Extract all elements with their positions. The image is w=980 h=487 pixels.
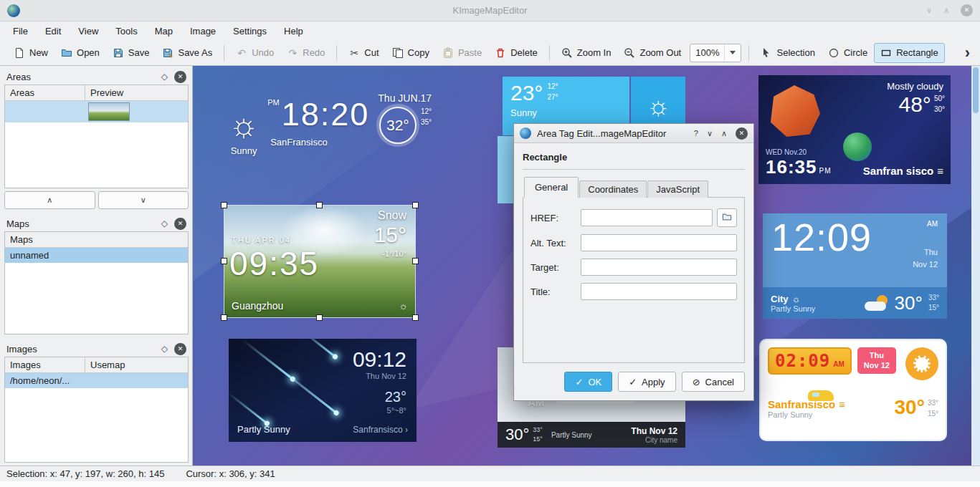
new-button[interactable]: New [7,43,54,63]
column-header-maps[interactable]: Maps [5,232,188,247]
zoom-in-button[interactable]: Zoom In [555,43,618,63]
selection-handle[interactable] [221,258,227,264]
redo-button[interactable]: ↷ Redo [280,43,331,63]
widget-city: Guangzhou [232,300,283,312]
column-header-usemap[interactable]: Usemap [85,357,188,372]
paste-button[interactable]: Paste [436,43,488,63]
window-titlebar[interactable]: KImageMapEditor ∨ ∧ ✕ [0,0,980,21]
map-list-item[interactable]: unnamed [5,248,188,263]
close-panel-icon[interactable]: ✕ [174,343,186,355]
selection-handle[interactable] [221,314,227,321]
dialog-help-button[interactable]: ? [694,129,698,138]
zoom-level-select[interactable]: 100% [690,44,741,62]
ok-button[interactable]: ✓ OK [564,372,612,392]
dialog-minimize-icon[interactable]: ∨ [707,129,713,138]
widget-hi: 33° [533,425,543,435]
selected-area-rectangle[interactable]: Snow 15° -1°/10° THU APR 04 09:35 Guangz… [224,206,415,317]
selection-handle[interactable] [221,202,227,208]
move-up-button[interactable]: ∧ [4,191,95,209]
selection-tool-button[interactable]: Selection [754,43,821,63]
widget-temp: 48° [899,94,931,115]
float-panel-icon[interactable]: ◇ [161,344,168,353]
undo-button[interactable]: ↶ Undo [229,43,280,63]
column-header-areas[interactable]: Areas [5,85,85,100]
copy-button[interactable]: Copy [386,43,436,63]
window-title: KImageMapEditor [0,5,980,16]
float-panel-icon[interactable]: ◇ [161,219,168,228]
column-header-images[interactable]: Images [5,357,85,372]
selection-handle[interactable] [412,202,419,208]
dialog-title: Area Tag Edit...mageMapEditor [537,128,688,139]
close-icon[interactable]: ✕ [961,4,973,16]
widget-time: 16:35 [766,156,817,178]
tab-coordinates[interactable]: Coordinates [579,180,647,198]
toolbar-separator [549,45,550,61]
title-input[interactable] [581,283,737,300]
tab-general[interactable]: General [524,177,579,198]
widget-city: City name [631,436,677,444]
selection-handle[interactable] [316,202,323,208]
close-panel-icon[interactable]: ✕ [174,71,186,83]
images-panel: Images ◇ ✕ Images Usemap /home/neon/... [4,341,189,463]
selection-handle[interactable] [412,258,419,264]
save-button[interactable]: Save [106,43,156,63]
cancel-button[interactable]: ⊘ Cancel [682,372,745,392]
zoom-level-value: 100% [695,47,719,58]
menu-map[interactable]: Map [146,23,181,39]
tab-javascript[interactable]: JavaScript [647,180,708,198]
target-input[interactable] [581,259,737,276]
widget-hi: 50° [934,94,945,105]
scrollbar-thumb[interactable] [973,67,979,113]
menu-edit[interactable]: Edit [37,23,70,39]
toolbar-overflow-button[interactable]: › [962,45,973,61]
dialog-maximize-icon[interactable]: ∧ [721,129,727,138]
alt-text-input[interactable] [581,234,737,251]
menu-view[interactable]: View [70,23,107,39]
href-input[interactable] [581,209,713,226]
widget-lo: 30° [934,105,945,115]
float-panel-icon[interactable]: ◇ [161,72,168,81]
image-list-item[interactable]: /home/neon/... [5,373,188,388]
dialog-titlebar[interactable]: Area Tag Edit...mageMapEditor ? ∨ ∧ ✕ [514,124,753,143]
widget-ampm: PM [267,98,280,107]
selection-handle[interactable] [316,314,323,321]
rectangle-tool-button[interactable]: Rectangle [874,43,945,63]
menu-help[interactable]: Help [275,23,312,39]
zoom-out-button[interactable]: Zoom Out [617,43,688,63]
areas-panel-title: Areas [6,72,161,82]
save-as-button[interactable]: Save As [156,43,219,63]
maximize-icon[interactable]: ∧ [943,6,949,15]
column-header-preview[interactable]: Preview [85,85,188,100]
title-label: Title: [531,286,576,297]
close-panel-icon[interactable]: ✕ [174,218,186,230]
selection-handle[interactable] [412,314,419,321]
open-button[interactable]: Open [54,43,106,63]
area-list-selected-row[interactable] [5,101,188,122]
minimize-icon[interactable]: ∨ [926,6,932,15]
apply-button[interactable]: ✓ Apply [618,372,675,392]
menu-image[interactable]: Image [181,23,224,39]
widget-ampm: AM [833,360,845,368]
cut-button[interactable]: ✂ Cut [342,43,385,63]
widget-range: -1°/10° [382,249,406,258]
delete-button[interactable]: Delete [488,43,544,63]
rectangle-tool-icon [880,47,892,59]
vertical-scrollbar[interactable] [971,66,980,466]
menu-file[interactable]: File [4,23,37,39]
comet-illustration [229,392,269,425]
comet-illustration [269,360,338,414]
widget-hi: 33° [928,398,938,409]
widget-condition: Snow [378,209,406,222]
weather-widget-clock: ☼ Sunny PM18:20 SanFransisco Thu JUN.17 … [229,90,437,190]
widget-city: Sanfransisco › [353,425,408,435]
widget-day: Thu Nov 12 [631,426,677,436]
menu-settings[interactable]: Settings [224,23,275,39]
circle-tool-button[interactable]: Circle [822,43,874,63]
dialog-close-icon[interactable]: ✕ [736,127,748,140]
menu-tools[interactable]: Tools [107,23,146,39]
widget-condition: Partly Sunny [237,424,290,435]
href-file-picker-button[interactable] [717,208,737,227]
chevron-up-icon: ∧ [47,196,52,205]
move-down-button[interactable]: ∨ [98,191,189,209]
widget-date: Thu JUN.17 [378,92,432,104]
